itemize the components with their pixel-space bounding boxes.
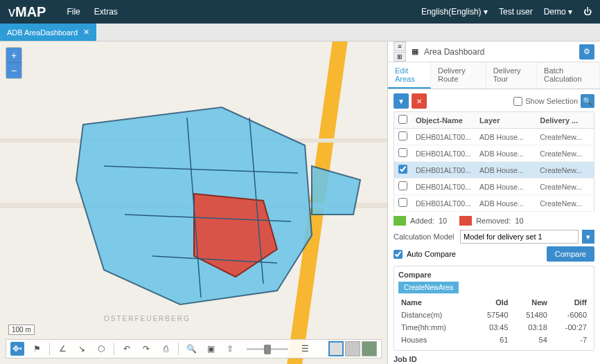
panel-tabs: Edit Areas Delivery Route Delivery Tour … [388, 62, 600, 89]
opacity-slider[interactable] [247, 348, 288, 350]
top-bar: vMAP File Extras English(English) ▾ Test… [0, 0, 600, 24]
logo: vMAP [8, 4, 46, 20]
calc-model-select[interactable] [460, 230, 579, 244]
panel-body: ▼ ✕ Show Selection 🔍 Object-Name Layer D… [388, 89, 600, 364]
search-icon[interactable]: 🔍 [581, 94, 594, 108]
map-toolbar: ✥▾ ⚑ ∠ ↘ ⬡ ↶ ↷ ⎙ 🔍 ▣ ⇪ ☰ [6, 339, 382, 358]
objects-table: Object-Name Layer Delivery ... DEHB01ALT… [394, 111, 594, 212]
basemap-street[interactable] [328, 341, 344, 356]
table-row[interactable]: DEHB01ALT00...ADB House...CreateNew... [394, 179, 594, 195]
removed-swatch [459, 216, 472, 226]
action-row: ▼ ✕ Show Selection 🔍 [394, 93, 594, 109]
basemap-satellite[interactable] [362, 341, 377, 356]
basemap-switcher [328, 341, 377, 356]
app-tabs: ADB AreaDashboard ✕ [0, 24, 600, 42]
menu-extras[interactable]: Extras [94, 7, 118, 17]
col-layer[interactable]: Layer [475, 112, 536, 129]
compare-tag[interactable]: CreateNewArea [398, 282, 459, 293]
table-row[interactable]: DEHB01ALT00...ADB House...CreateNew... [394, 129, 594, 145]
panel-header: ≡ ⊞ ▦ Area Dashboard ⚙ [388, 42, 600, 62]
map-label: OSTERFEUERBERG [104, 315, 191, 322]
language-selector[interactable]: English(English) ▾ [421, 7, 488, 17]
search-button[interactable]: 🔍 [184, 342, 198, 356]
auto-compare-label: Auto Compare [407, 250, 456, 258]
app-tab-label: ADB AreaDashboard [7, 28, 78, 37]
compare-section: Compare CreateNewArea NameOldNewDiff Dis… [394, 266, 594, 351]
basemap [0, 42, 387, 364]
scale-indicator: 100 m [8, 325, 35, 335]
tenant-selector[interactable]: Demo ▾ [544, 7, 572, 17]
panel-title: Area Dashboard [424, 47, 574, 57]
angle-tool[interactable]: ∠ [55, 342, 69, 356]
redo-button[interactable]: ↷ [139, 342, 153, 356]
row-checkbox[interactable] [398, 131, 407, 140]
print-button[interactable]: ⎙ [159, 342, 173, 356]
undo-button[interactable]: ↶ [120, 342, 134, 356]
added-swatch [394, 216, 406, 226]
show-selection-checkbox[interactable] [513, 97, 522, 106]
main: + − OSTERFEUERBERG 100 m ✥▾ ⚑ ∠ ↘ ⬡ ↶ ↷ … [0, 42, 600, 364]
show-selection-label: Show Selection [525, 97, 578, 105]
job-id-label: Job ID [394, 355, 594, 363]
close-icon[interactable]: ✕ [83, 28, 89, 37]
basemap-gray[interactable] [345, 341, 360, 356]
compare-row: Distance(m)5754051480-6060 [398, 309, 590, 321]
map-viewport[interactable]: + − OSTERFEUERBERG 100 m ✥▾ ⚑ ∠ ↘ ⬡ ↶ ↷ … [0, 42, 388, 364]
settings-button[interactable]: ⚙ [579, 44, 594, 60]
user-label: Test user [499, 7, 533, 17]
grid-icon: ▦ [412, 47, 418, 56]
legend: Added: 10 Removed: 10 [394, 216, 594, 226]
user-menu: English(English) ▾ Test user Demo ▾ ⏻ [421, 7, 592, 17]
zoom-out-button[interactable]: − [6, 63, 21, 78]
tab-delivery-route[interactable]: Delivery Route [431, 62, 486, 89]
row-checkbox[interactable] [398, 148, 407, 157]
select-down-button[interactable]: ▼ [394, 93, 409, 109]
zoom-control: + − [6, 47, 22, 79]
calc-model-label: Calculation Model [394, 233, 456, 241]
main-menu: File Extras [67, 7, 421, 17]
polygon-tool[interactable]: ⬡ [94, 342, 108, 356]
svg-marker-1 [312, 166, 360, 215]
compare-row: Time(hh:mm)03:4503:18-00:27 [398, 321, 590, 334]
col-delivery[interactable]: Delivery ... [536, 112, 594, 129]
row-checkbox[interactable] [398, 165, 407, 174]
power-icon[interactable]: ⏻ [583, 7, 592, 17]
layers-button[interactable]: ☰ [298, 342, 312, 356]
side-panel: ≡ ⊞ ▦ Area Dashboard ⚙ Edit Areas Delive… [388, 42, 600, 364]
auto-compare-row: Auto Compare Compare [394, 246, 594, 262]
compare-heading: Compare [398, 271, 590, 279]
table-row[interactable]: DEHB01ALT00...ADB House...CreateNew... [394, 162, 594, 179]
export-button[interactable]: ⇪ [223, 342, 237, 356]
app-tab-dashboard[interactable]: ADB AreaDashboard ✕ [0, 24, 96, 41]
auto-compare-checkbox[interactable] [394, 250, 403, 259]
table-row[interactable]: DEHB01ALT00...ADB House...CreateNew... [394, 145, 594, 162]
compare-row: Houses6154-7 [398, 334, 590, 346]
calc-model-row: Calculation Model ▾ [394, 230, 594, 244]
flag-tool[interactable]: ⚑ [30, 342, 44, 356]
ruler-icon[interactable]: ⊞ [394, 52, 406, 62]
select-all-checkbox[interactable] [398, 115, 407, 124]
row-checkbox[interactable] [398, 198, 407, 207]
line-tool[interactable]: ↘ [75, 342, 89, 356]
tab-edit-areas[interactable]: Edit Areas [388, 62, 431, 89]
menu-file[interactable]: File [67, 7, 80, 17]
pointer-tool[interactable]: ✥▾ [10, 342, 24, 356]
zoom-in-button[interactable]: + [6, 48, 21, 63]
compare-table: NameOldNewDiff Distance(m)5754051480-606… [398, 296, 590, 346]
row-checkbox[interactable] [398, 181, 407, 190]
tab-batch-calc[interactable]: Batch Calculation [537, 62, 600, 89]
chevron-down-icon[interactable]: ▾ [582, 230, 594, 244]
tab-delivery-tour[interactable]: Delivery Tour [486, 62, 537, 89]
delete-button[interactable]: ✕ [412, 93, 427, 109]
table-row[interactable]: DEHB01ALT00...ADB House...CreateNew... [394, 195, 594, 212]
compare-button[interactable]: Compare [547, 246, 594, 262]
info-button[interactable]: ▣ [204, 342, 218, 356]
col-object[interactable]: Object-Name [412, 112, 475, 129]
layers-icon[interactable]: ≡ [394, 42, 406, 51]
